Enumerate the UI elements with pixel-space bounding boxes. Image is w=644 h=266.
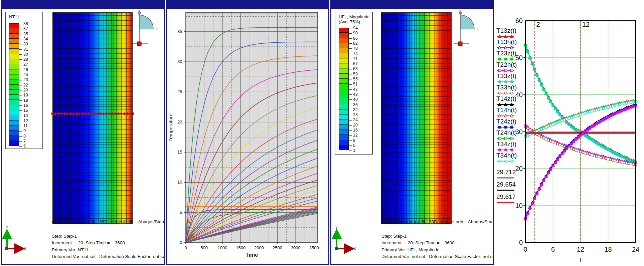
colorbar-band xyxy=(339,145,349,150)
colorbar-band xyxy=(339,33,349,38)
viewport5-canvas[interactable]: HFL, Magnitude (Avg: 75%) 94908682787471… xyxy=(331,9,493,264)
legend-value: 35 xyxy=(19,32,28,36)
colorbar-band xyxy=(339,68,349,73)
odb-info-line: Step: Step-1 xyxy=(381,233,493,240)
triad-x-label: X xyxy=(353,246,356,251)
nt11-contour-legend: NT11 38373534333130282726242322201918161… xyxy=(5,12,43,149)
legend-value: 1 xyxy=(349,148,355,153)
svg-text:Y: Y xyxy=(5,225,8,230)
colorbar-band xyxy=(9,59,19,64)
x-tick-label: 1000. xyxy=(217,245,228,250)
hfl-contour-mesh[interactable] xyxy=(381,12,452,224)
y-tick-label: 10. xyxy=(177,180,183,185)
x-tick-label: 3000. xyxy=(291,245,302,250)
axis-triad-icon: Y X xyxy=(332,223,362,260)
crossing-time-label: 2 xyxy=(536,21,540,28)
view-compass-icon[interactable]: Y X xyxy=(131,9,160,48)
colorbar-band xyxy=(339,53,349,58)
x-tick-label: 18 xyxy=(604,246,612,253)
legend-value: 19 xyxy=(19,93,28,97)
colorbar-band xyxy=(339,43,349,48)
viewport1-canvas[interactable]: NT11 38373534333130282726242322201918161… xyxy=(2,9,164,264)
crossing-time-label: 12 xyxy=(582,21,590,28)
x-tick-label: 12 xyxy=(577,246,584,253)
legend-value: 28 xyxy=(19,57,28,62)
hfl-legend-title: HFL, Magnitude xyxy=(335,12,372,19)
y-tick-label: 0. xyxy=(180,240,183,245)
y-tick-label: 10 xyxy=(515,202,523,209)
svg-text:Y: Y xyxy=(335,225,338,230)
y-tick-label: 0 xyxy=(519,239,523,246)
y-axis-title: Temperature xyxy=(168,113,173,142)
colorbar-band xyxy=(339,38,349,43)
odb-info-line: Primary Var: NT11 xyxy=(52,247,164,254)
spectrum-colorbar xyxy=(9,23,19,146)
odb-info-line: ODB: Temperatura_6L_38D_stepeni.odb Abaq… xyxy=(381,219,493,226)
viewport4-canvas[interactable]: 0.500.1000.1500.2000.2500.3000.3500.0.5.… xyxy=(167,9,328,264)
odb-state-block: ODB: Temperatura_6L_38D_stepeni.odb Abaq… xyxy=(52,219,164,260)
hfl-contour-legend: HFL, Magnitude (Avg: 75%) 94908682787471… xyxy=(335,12,373,155)
y-tick-label: 25. xyxy=(177,89,183,94)
legend-value: 67 xyxy=(349,61,358,66)
viewport-5: Viewport: 5 ODB: C:/Users/HP/Desktop/Ter… xyxy=(330,0,494,265)
view-compass-icon[interactable]: Y X xyxy=(452,9,481,48)
nt11-contour-mesh[interactable] xyxy=(52,12,133,224)
legend-value: 32 xyxy=(349,107,358,112)
legend-value: 9 xyxy=(19,128,26,133)
x-axis-title: t xyxy=(580,256,582,264)
legend-value: 43 xyxy=(349,92,358,97)
legend-value: 34 xyxy=(19,37,28,41)
compass-y-label: Y xyxy=(138,9,141,13)
node-path-highlight xyxy=(51,111,134,116)
viewport4-titlebar[interactable]: Viewport: 4 Plot: XYPlot-4 xyxy=(167,1,328,9)
compass-x-label: X xyxy=(476,27,479,31)
legend-value: 26 xyxy=(19,67,28,72)
colorbar-band xyxy=(9,105,19,110)
legend-value: 33 xyxy=(19,42,28,46)
colorbar-band xyxy=(339,84,349,89)
y-tick-label: 30. xyxy=(177,59,183,64)
odb-info-line: Deformed Var: not set Deformation Scale … xyxy=(52,253,164,260)
legend-value: 55 xyxy=(349,77,358,81)
x-tick-label: 0. xyxy=(185,245,188,250)
legend-value: 30 xyxy=(19,52,28,57)
legend-value: 9 xyxy=(349,138,355,143)
legend-value: 90 xyxy=(349,31,358,35)
colorbar-band xyxy=(339,58,349,63)
legend-value: 38 xyxy=(19,21,28,26)
x-tick-label: 24 xyxy=(632,246,639,253)
legend-value: 71 xyxy=(349,56,358,61)
x-axis-title: Time xyxy=(246,252,258,258)
legend-value: 51 xyxy=(349,82,358,86)
colorbar-band xyxy=(9,110,19,115)
colorbar-band xyxy=(9,34,19,39)
colorbar-band xyxy=(9,23,19,28)
mathcad-plot-panel: T13z(t)T13h(t)T23z(t)T22h(t)T33z(t)T33h(… xyxy=(495,0,644,266)
legend-value: 28 xyxy=(349,112,358,117)
y-tick-label: 30 xyxy=(515,128,523,136)
y-tick-label: 20. xyxy=(177,119,183,124)
colorbar-band xyxy=(9,39,19,44)
legend-value: 40 xyxy=(349,97,358,102)
legend-value: 5 xyxy=(349,143,355,148)
colorbar-band xyxy=(9,95,19,100)
legend-value: 63 xyxy=(349,66,358,71)
viewport5-titlebar[interactable]: Viewport: 5 ODB: C:/Users/HP/Desktop/Ter… xyxy=(331,1,493,9)
legend-value: 59 xyxy=(349,72,358,76)
odb-info-line: Primary Var: HFL, Magnitude xyxy=(381,247,493,254)
viewport1-titlebar[interactable]: Viewport: 1 ODB: C:/Users/HP/Desktop/Ter… xyxy=(2,1,164,9)
colorbar-band xyxy=(9,44,19,49)
legend-value: 31 xyxy=(19,47,28,52)
y-tick-label: 40 xyxy=(515,91,523,98)
colorbar-band xyxy=(339,74,349,79)
y-tick-label: 60 xyxy=(515,17,523,24)
colorbar-band xyxy=(339,104,349,109)
colorbar-band xyxy=(9,69,19,74)
x-tick-label: 6 xyxy=(551,246,555,253)
legend-value: 5 xyxy=(19,144,26,149)
abaqus-workspace: Viewport: 1 ODB: C:/Users/HP/Desktop/Ter… xyxy=(0,0,644,266)
xyplot-chart[interactable]: 0.500.1000.1500.2000.2500.3000.3500.0.5.… xyxy=(167,9,328,264)
colorbar-band xyxy=(339,130,349,135)
colorbar-band xyxy=(339,28,349,33)
temperature-vs-t-chart[interactable]: 010203040506006121824212t xyxy=(495,0,644,266)
